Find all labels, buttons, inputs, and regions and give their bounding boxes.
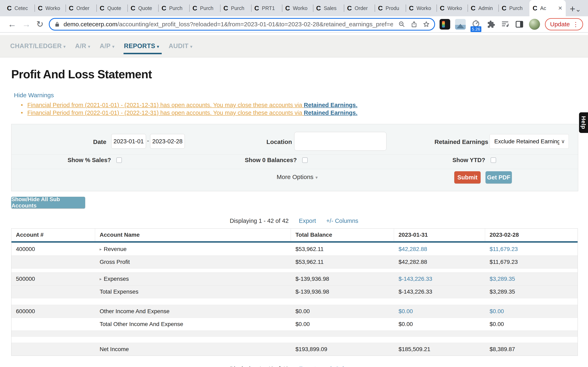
- extensions-puzzle-icon[interactable]: [486, 20, 495, 29]
- columns-link[interactable]: +/- Columns: [326, 366, 358, 367]
- page-content: Profit And Loss Statement Hide Warnings …: [0, 58, 588, 367]
- amount-link[interactable]: $42,282.88: [394, 243, 485, 256]
- zoom-out-icon[interactable]: [398, 21, 405, 28]
- browser-tab[interactable]: CPurch: [220, 0, 251, 16]
- cell-total-balance: $0.00: [291, 305, 394, 318]
- tab-title: Worko: [45, 5, 62, 11]
- browser-tab[interactable]: CPRT1: [251, 0, 282, 16]
- expand-toggle-icon[interactable]: ▸: [100, 247, 102, 252]
- get-pdf-button[interactable]: Get PDF: [485, 171, 512, 184]
- show-sales-checkbox[interactable]: [116, 157, 122, 163]
- nav-item-audit[interactable]: AUDIT▾: [169, 42, 192, 50]
- nav-item-reports[interactable]: REPORTS▾: [124, 42, 159, 50]
- date-to-input[interactable]: [150, 134, 185, 149]
- browser-menu-dots-icon[interactable]: ⋮: [573, 21, 579, 28]
- pagination-top: Displaying 1 - 42 of 42 Export +/- Colum…: [10, 217, 578, 224]
- hide-warnings-link[interactable]: Hide Warnings: [14, 92, 54, 99]
- browser-tab[interactable]: CQuote: [127, 0, 158, 16]
- amount-link[interactable]: $0.00: [394, 305, 485, 318]
- browser-tab[interactable]: CWorko: [282, 0, 313, 16]
- show-sales-label: Show % Sales?: [68, 157, 111, 164]
- date-from-input[interactable]: [111, 134, 146, 149]
- export-link[interactable]: Export: [299, 366, 316, 367]
- nav-item-a-r[interactable]: A/R▾: [75, 42, 90, 50]
- header-total-balance[interactable]: Total Balance: [291, 229, 394, 241]
- nav-item-a-p[interactable]: A/P▾: [100, 42, 114, 50]
- header-account-number[interactable]: Account #: [11, 229, 95, 241]
- browser-tab[interactable]: CPurch: [189, 0, 220, 16]
- retained-earnings-link[interactable]: Retained Earnings.: [304, 102, 357, 108]
- show-hide-sub-accounts-button[interactable]: Show/Hide All Sub Accounts: [11, 197, 85, 208]
- cell-amount: $185,509.21: [394, 343, 485, 356]
- extension-dark-icon[interactable]: [440, 19, 450, 30]
- tab-search-chevron-icon[interactable]: ⌄: [575, 6, 581, 12]
- browser-tab[interactable]: CProdu: [375, 0, 406, 16]
- browser-window: CCetecCWorkoCOrderCQuoteCQuoteCPurchCPur…: [0, 0, 588, 367]
- cell-amount: $0.00: [485, 318, 578, 331]
- retained-earnings-select[interactable]: Exclude Retained Earnings On 'A ∨: [490, 134, 569, 149]
- browser-tab[interactable]: CWorko: [437, 0, 467, 16]
- header-account-name[interactable]: Account Name: [95, 229, 291, 241]
- browser-tab[interactable]: CPurch: [498, 0, 529, 16]
- cell-total-balance: $53,962.11: [291, 256, 394, 268]
- table-row: Net Income$193,899.09$185,509.21$8,389.8…: [11, 343, 578, 356]
- location-input[interactable]: [294, 132, 387, 151]
- header-period-2[interactable]: 2023-02-28: [485, 229, 578, 241]
- browser-tab[interactable]: CAc✕: [529, 0, 566, 16]
- browser-tab[interactable]: CWorko: [406, 0, 437, 16]
- update-button[interactable]: Update ⋮: [545, 18, 583, 30]
- browser-tab[interactable]: COrder: [66, 0, 96, 16]
- cetec-favicon: C: [223, 4, 228, 12]
- browser-tab[interactable]: CSales: [313, 0, 344, 16]
- close-tab-icon[interactable]: ✕: [558, 5, 562, 11]
- export-link[interactable]: Export: [299, 217, 316, 224]
- side-panel-icon[interactable]: [515, 20, 524, 29]
- tab-title: Cetec: [15, 5, 31, 11]
- extension-photo-icon[interactable]: [455, 19, 466, 30]
- bookmark-star-icon[interactable]: [423, 21, 430, 28]
- header-period-1[interactable]: 2023-01-31: [394, 229, 485, 241]
- help-tab[interactable]: Help: [579, 112, 588, 133]
- amount-link[interactable]: $0.00: [485, 305, 578, 318]
- cell-account-number: 400000: [11, 243, 95, 256]
- cell-account-name: Net Income: [95, 343, 291, 356]
- account-name-text: Total Expenses: [100, 289, 138, 295]
- cetec-favicon: C: [533, 4, 537, 12]
- submit-button[interactable]: Submit: [454, 171, 481, 184]
- browser-tab[interactable]: CQuote: [96, 0, 127, 16]
- cell-total-balance: $-139,936.98: [291, 273, 394, 285]
- tab-title: Sales: [324, 5, 341, 11]
- browser-tab[interactable]: CWorko: [35, 0, 65, 16]
- nav-item-chart-ledger[interactable]: CHART/LEDGER▾: [10, 42, 66, 50]
- update-label: Update: [550, 21, 570, 28]
- amount-link[interactable]: $3,289.35: [485, 273, 578, 285]
- cell-total-balance: $53,962.11: [291, 243, 394, 256]
- back-button[interactable]: ←: [8, 20, 16, 29]
- browser-tab[interactable]: CPurch: [158, 0, 189, 16]
- show-ytd-checkbox[interactable]: [491, 157, 496, 163]
- cell-account-name: Gross Profit: [95, 256, 291, 268]
- show-zero-balances-checkbox[interactable]: [302, 157, 308, 163]
- cell-total-balance: $193,899.09: [291, 343, 394, 356]
- reading-list-icon[interactable]: [501, 20, 510, 29]
- warning-item: Financial Period from (2022-01-01) - (20…: [10, 109, 578, 117]
- columns-link[interactable]: +/- Columns: [326, 217, 358, 224]
- profile-avatar[interactable]: [529, 19, 540, 30]
- extension-badged-icon[interactable]: 5.26: [471, 19, 481, 30]
- new-tab-button[interactable]: +: [570, 4, 575, 13]
- browser-tab[interactable]: CAdmin: [467, 0, 498, 16]
- more-options-link[interactable]: More Options▾: [277, 174, 318, 180]
- address-bar[interactable]: demo.cetecerp.com/accounting/ext_profit_…: [49, 18, 435, 31]
- chevron-down-icon: ▾: [112, 44, 114, 49]
- browser-tab[interactable]: COrder: [344, 0, 375, 16]
- cell-account-name: ▸Revenue: [95, 243, 291, 256]
- amount-link[interactable]: $11,679.23: [485, 243, 578, 256]
- expand-toggle-icon[interactable]: ▸: [100, 276, 102, 281]
- forward-button[interactable]: →: [22, 20, 31, 29]
- reload-button[interactable]: ↻: [36, 20, 43, 29]
- amount-link[interactable]: $-143,226.33: [394, 273, 485, 285]
- cell-amount: $3,289.35: [485, 285, 578, 298]
- share-icon[interactable]: [411, 21, 417, 28]
- browser-tab[interactable]: CCetec: [4, 0, 35, 16]
- retained-earnings-link[interactable]: Retained Earnings.: [304, 109, 357, 116]
